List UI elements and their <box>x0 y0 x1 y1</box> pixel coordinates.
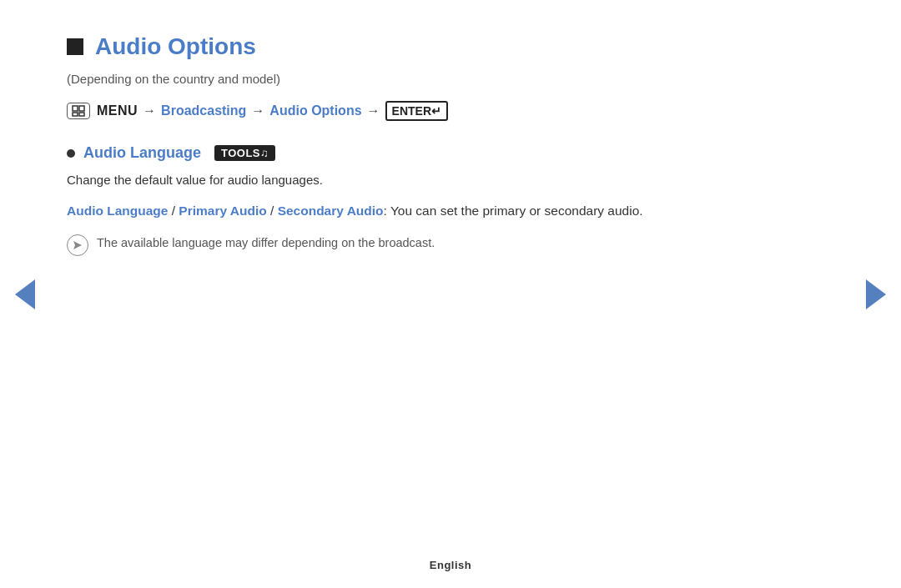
breadcrumb-audio-options[interactable]: Audio Options <box>269 103 361 118</box>
page-container: Audio Options (Depending on the country … <box>0 0 901 588</box>
arrow-1: → <box>143 103 156 118</box>
svg-rect-3 <box>79 113 84 116</box>
footer-language: English <box>430 559 471 571</box>
note-row: The available language may differ depend… <box>67 234 834 256</box>
breadcrumb-broadcasting[interactable]: Broadcasting <box>161 103 246 118</box>
primary-audio-link[interactable]: Primary Audio <box>179 204 266 218</box>
section-title-row: Audio Language TOOLS♫ <box>67 144 834 162</box>
nav-left-button[interactable] <box>15 279 35 309</box>
links-line: Audio Language / Primary Audio / Seconda… <box>67 200 834 222</box>
tools-badge: TOOLS♫ <box>214 145 275 161</box>
svg-rect-1 <box>79 106 84 111</box>
separator-1: / <box>168 204 179 218</box>
nav-right-button[interactable] <box>866 279 886 309</box>
title-square-icon <box>67 38 83 55</box>
audio-language-link[interactable]: Audio Language <box>67 204 168 218</box>
arrow-3: → <box>367 103 380 118</box>
note-icon <box>67 234 88 256</box>
bullet-icon <box>67 149 75 158</box>
links-suffix: : You can set the primary or secondary a… <box>384 204 643 218</box>
note-text: The available language may differ depend… <box>97 234 435 253</box>
separator-2: / <box>267 204 278 218</box>
audio-language-section: Audio Language TOOLS♫ Change the default… <box>67 144 834 256</box>
menu-icon <box>67 103 90 119</box>
menu-label: MENU <box>97 103 138 118</box>
enter-label: ENTER <box>392 104 431 118</box>
breadcrumb: MENU → Broadcasting → Audio Options → EN… <box>67 101 834 121</box>
section-title: Audio Language <box>83 144 201 162</box>
enter-icon: ENTER↵ <box>385 101 448 121</box>
title-row: Audio Options <box>67 33 834 60</box>
subtitle: (Depending on the country and model) <box>67 72 834 86</box>
section-description: Change the default value for audio langu… <box>67 170 834 190</box>
arrow-2: → <box>251 103 264 118</box>
secondary-audio-link[interactable]: Secondary Audio <box>278 204 384 218</box>
svg-rect-0 <box>73 106 78 111</box>
page-title: Audio Options <box>95 33 256 60</box>
svg-rect-2 <box>73 113 78 116</box>
